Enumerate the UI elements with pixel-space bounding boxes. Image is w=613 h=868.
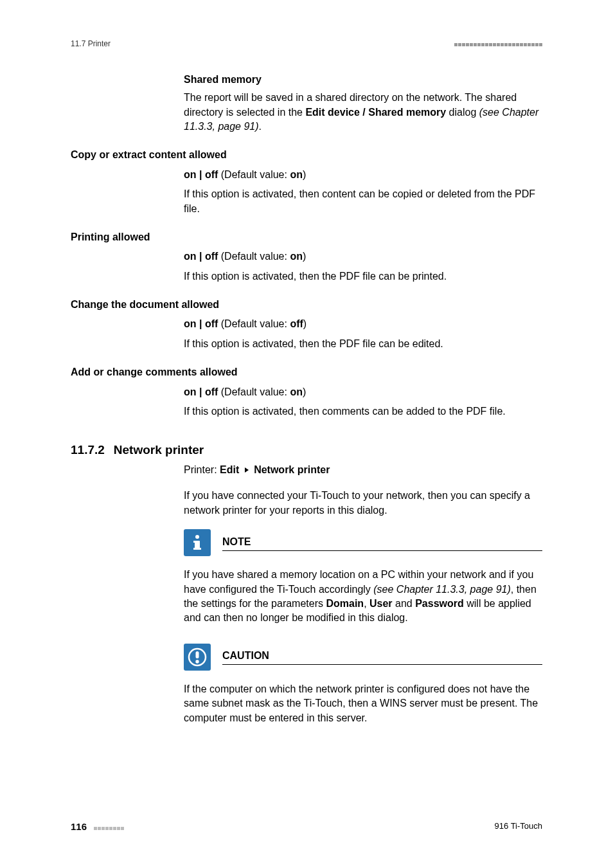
page-number: 116 [71, 821, 87, 832]
shared-memory-block: Shared memory The report will be saved i… [184, 73, 542, 134]
decorative-dots [454, 39, 542, 50]
chevron-right-icon [245, 467, 249, 473]
svg-rect-2 [193, 541, 197, 543]
svg-point-0 [195, 535, 199, 539]
print-option-default: on | off (Default value: on) [184, 249, 542, 264]
change-option-default: on | off (Default value: off) [184, 317, 542, 331]
caution-label: CAUTION [222, 649, 542, 665]
change-option-title: Change the document allowed [71, 298, 542, 312]
section-title: Network printer [114, 442, 204, 459]
change-option-desc: If this option is activated, then the PD… [184, 337, 542, 351]
print-option-title: Printing allowed [71, 230, 542, 244]
shared-memory-desc: The report will be saved in a shared dir… [184, 91, 542, 134]
note-label: NOTE [222, 535, 542, 551]
caution-box: CAUTION If the computer on which the net… [184, 644, 542, 725]
decorative-dots [93, 822, 124, 832]
comments-option-desc: If this option is activated, then commen… [184, 404, 542, 419]
print-option-desc: If this option is activated, then the PD… [184, 269, 542, 284]
copy-option-default: on | off (Default value: on) [184, 168, 542, 182]
section-path: 11.7 Printer [71, 39, 111, 50]
comments-option-title: Add or change comments allowed [71, 365, 542, 379]
svg-rect-5 [196, 651, 199, 658]
svg-point-6 [195, 660, 199, 663]
shared-memory-label: Shared memory [184, 73, 542, 87]
svg-rect-3 [193, 548, 201, 550]
info-icon [184, 529, 211, 556]
page-header: 11.7 Printer [71, 39, 542, 50]
comments-option-default: on | off (Default value: on) [184, 385, 542, 399]
section-heading: 11.7.2 Network printer [71, 442, 542, 459]
copy-option-title: Copy or extract content allowed [71, 148, 542, 162]
page-footer: 116 916 Ti-Touch [71, 820, 542, 833]
footer-title: 916 Ti-Touch [495, 820, 542, 832]
section-intro: If you have connected your Ti-Touch to y… [184, 489, 542, 518]
caution-body: If the computer on which the network pri… [184, 682, 542, 725]
note-body: If you have shared a memory location on … [184, 568, 542, 626]
note-box: NOTE If you have shared a memory locatio… [184, 529, 542, 626]
breadcrumb: Printer: Edit Network printer [184, 463, 542, 477]
footer-left: 116 [71, 820, 124, 833]
section-number: 11.7.2 [71, 442, 105, 459]
copy-option-desc: If this option is activated, then conten… [184, 187, 542, 216]
warning-icon [184, 644, 211, 671]
